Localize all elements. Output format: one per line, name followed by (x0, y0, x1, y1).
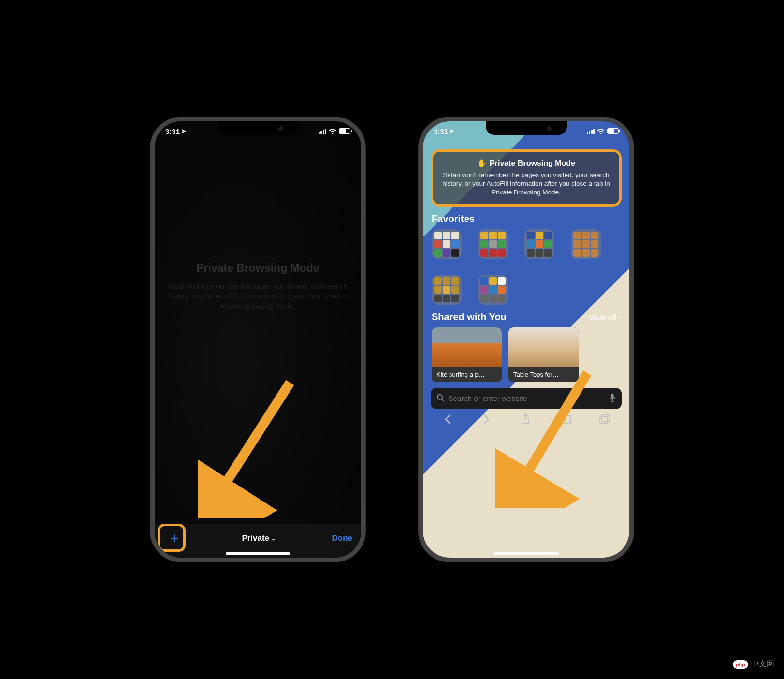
location-icon: ➤ (181, 128, 186, 134)
favorite-folder[interactable] (478, 275, 508, 305)
tab-group-label: Private (242, 533, 269, 543)
share-button[interactable] (520, 413, 532, 426)
screen-private-start-page: 3:31 ➤ ✋ Private Browsing Mode Safari wo… (423, 121, 629, 558)
back-button[interactable] (441, 413, 454, 426)
shared-title: Shared with You (432, 311, 507, 323)
dim-overlay (155, 121, 361, 558)
wifi-icon (329, 127, 336, 135)
home-indicator[interactable] (494, 552, 559, 555)
favorite-folder[interactable] (478, 229, 508, 259)
chevron-down-icon: ⌄ (271, 535, 276, 542)
show-all-label: Show All (588, 313, 616, 321)
favorite-folder[interactable] (432, 229, 462, 259)
wifi-icon (597, 127, 605, 135)
watermark-text: 中文网 (751, 659, 774, 669)
private-card-description: Safari won't remember the pages you visi… (441, 171, 611, 197)
battery-icon (607, 128, 619, 134)
favorites-grid (432, 229, 621, 305)
tab-group-selector[interactable]: Private ⌄ (242, 533, 276, 543)
cellular-icon (319, 129, 327, 134)
svg-rect-3 (611, 394, 614, 399)
shared-with-you-section: Shared with You Show All › (423, 305, 629, 327)
location-icon: ➤ (450, 128, 454, 134)
shared-thumbnail (508, 327, 579, 367)
phone-left: 3:31 ➤ Private Browsing Mode Safari won'… (150, 117, 365, 562)
microphone-icon[interactable] (609, 393, 616, 404)
shared-item-label: Kite surfing a p… (432, 367, 502, 382)
favorite-folder[interactable] (524, 229, 554, 259)
shared-row: Kite surfing a p… Table Tops for… (423, 327, 629, 382)
done-button[interactable]: Done (332, 533, 352, 543)
screen-private-overview: 3:31 ➤ Private Browsing Mode Safari won'… (155, 121, 361, 558)
status-time: 3:31 (434, 127, 448, 135)
phone-right: 3:31 ➤ ✋ Private Browsing Mode Safari wo… (419, 117, 634, 562)
svg-rect-4 (600, 417, 608, 424)
favorites-title: Favorites (432, 213, 475, 224)
chevron-right-icon: › (618, 313, 621, 321)
private-mode-card: ✋ Private Browsing Mode Safari won't rem… (431, 149, 622, 207)
watermark-badge: php (733, 660, 748, 669)
tabs-button[interactable] (598, 413, 611, 426)
favorites-section: Favorites (423, 207, 629, 305)
shared-item-label: Table Tops for… (508, 367, 579, 382)
battery-icon (339, 128, 350, 134)
private-card-title: Private Browsing Mode (490, 159, 575, 168)
favorite-folder[interactable] (571, 229, 601, 259)
watermark: php 中文网 (733, 659, 774, 669)
home-indicator[interactable] (226, 552, 290, 555)
hand-icon: ✋ (477, 159, 487, 168)
svg-rect-5 (602, 415, 610, 422)
svg-line-2 (442, 399, 444, 401)
safari-toolbar (423, 409, 629, 434)
notch (218, 121, 299, 135)
search-input[interactable] (448, 394, 605, 403)
shared-item[interactable]: Kite surfing a p… (432, 327, 502, 382)
notch (486, 121, 567, 135)
status-time: 3:31 (165, 127, 180, 135)
shared-thumbnail (432, 327, 502, 367)
svg-point-1 (437, 395, 442, 399)
show-all-button[interactable]: Show All › (588, 313, 621, 321)
search-icon (436, 394, 444, 403)
cellular-icon (587, 129, 595, 134)
address-bar[interactable] (431, 388, 622, 409)
shared-item[interactable]: Table Tops for… (508, 327, 579, 382)
favorite-folder[interactable] (432, 275, 462, 305)
forward-button[interactable] (480, 413, 493, 426)
bookmarks-button[interactable] (559, 413, 572, 426)
annotation-highlight-box (158, 524, 186, 552)
